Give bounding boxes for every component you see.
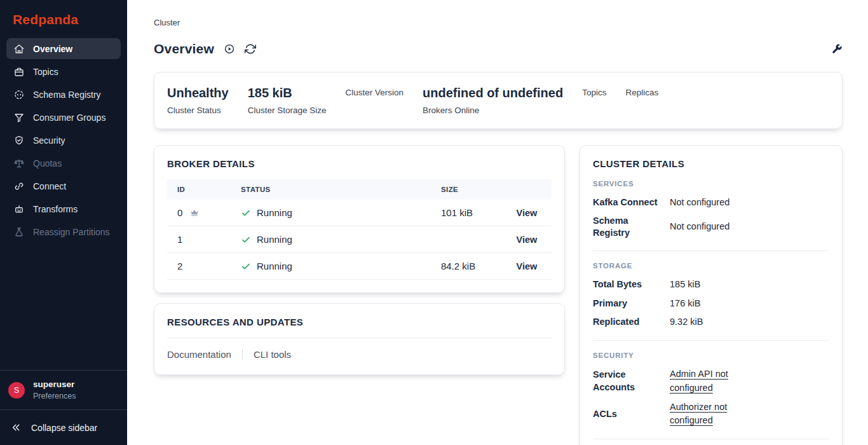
detail-value-replicated: 9.32 kiB bbox=[670, 315, 829, 329]
reassign-partitions-icon bbox=[13, 226, 25, 238]
check-icon bbox=[241, 208, 251, 218]
stat-topics: Topics bbox=[582, 84, 606, 99]
user-text: superuser Preferences bbox=[33, 379, 76, 401]
stat-value: undefined of undefined bbox=[423, 84, 563, 102]
authorizer-not-configured-link[interactable]: Authorizer not configured bbox=[670, 400, 745, 428]
detail-value-acls: Authorizer not configured bbox=[670, 400, 829, 428]
play-circle-icon[interactable] bbox=[224, 43, 235, 55]
transforms-icon bbox=[13, 203, 25, 215]
section-heading-storage: STORAGE bbox=[593, 262, 829, 270]
broker-table-header: IDSTATUSSIZE bbox=[167, 179, 552, 200]
view-broker-link[interactable]: View bbox=[517, 235, 538, 245]
wrench-icon[interactable] bbox=[831, 43, 843, 55]
stat-brokers-online: undefined of undefined Brokers Online bbox=[423, 84, 563, 117]
broker-status-cell: Running bbox=[231, 226, 431, 253]
view-broker-link[interactable]: View bbox=[517, 261, 538, 271]
column-header-size: SIZE bbox=[431, 179, 502, 200]
stat-label: Cluster Status bbox=[167, 104, 229, 117]
broker-status-cell: Running bbox=[231, 200, 431, 226]
check-icon bbox=[241, 261, 251, 271]
detail-grid-security: Service AccountsAdmin API not configured… bbox=[593, 367, 829, 428]
divider bbox=[167, 338, 552, 338]
title-row: Overview bbox=[154, 41, 843, 57]
sidebar-item-quotas[interactable]: Quotas bbox=[6, 153, 121, 174]
detail-grid-services: Kafka ConnectNot configuredSchema Regist… bbox=[593, 196, 829, 240]
column-header-action bbox=[502, 179, 552, 200]
detail-label-kafka-connect: Kafka Connect bbox=[593, 196, 670, 209]
detail-label-primary: Primary bbox=[593, 298, 670, 310]
user-menu[interactable]: S superuser Preferences bbox=[0, 370, 127, 409]
broker-action-cell: View bbox=[502, 253, 552, 280]
main-content: Cluster Overview Unhealthy Cluster Statu… bbox=[127, 0, 868, 445]
sidebar-item-connect[interactable]: Connect bbox=[6, 175, 121, 196]
check-icon bbox=[241, 235, 251, 245]
redpanda-logo[interactable]: Redpanda bbox=[0, 0, 127, 38]
stat-label: Topics bbox=[582, 86, 606, 99]
detail-label-schema-registry: Schema Registry bbox=[593, 215, 670, 240]
broker-status: Running bbox=[257, 207, 292, 218]
sidebar-item-label: Connect bbox=[33, 181, 66, 191]
sidebar-item-security[interactable]: Security bbox=[6, 130, 121, 151]
detail-label-service-accounts: Service Accounts bbox=[593, 369, 670, 394]
broker-status: Running bbox=[257, 234, 292, 245]
sidebar-item-label: Security bbox=[33, 135, 65, 146]
sidebar-item-label: Schema Registry bbox=[33, 90, 101, 100]
broker-id-cell: 2 bbox=[167, 253, 231, 280]
detail-value-primary: 176 kiB bbox=[670, 297, 829, 311]
sidebar-item-topics[interactable]: Topics bbox=[6, 61, 121, 82]
broker-size-cell bbox=[431, 226, 502, 253]
broker-id: 1 bbox=[177, 234, 182, 245]
avatar: S bbox=[8, 382, 25, 399]
sidebar-item-label: Quotas bbox=[33, 158, 62, 168]
broker-id: 2 bbox=[177, 261, 182, 271]
app-root: Redpanda Overview Topics Schema Registry… bbox=[0, 0, 868, 445]
broker-row: 0Running101 kiBView bbox=[167, 200, 552, 226]
stat-replicas: Replicas bbox=[625, 84, 658, 99]
broker-status-cell: Running bbox=[231, 253, 431, 280]
topics-icon bbox=[13, 66, 25, 78]
stat-cluster-storage-size: 185 kiB Cluster Storage Size bbox=[248, 84, 327, 117]
crown-icon bbox=[189, 208, 200, 218]
sidebar-item-consumer-groups[interactable]: Consumer Groups bbox=[6, 107, 121, 128]
broker-id: 0 bbox=[177, 207, 182, 218]
page-title: Overview bbox=[154, 41, 214, 57]
cluster-stats-card: Unhealthy Cluster Status 185 kiB Cluster… bbox=[154, 72, 843, 129]
broker-row: 1RunningView bbox=[167, 226, 552, 253]
user-preferences-label: Preferences bbox=[33, 391, 76, 401]
stat-cluster-status: Unhealthy Cluster Status bbox=[167, 84, 229, 117]
admin-api-not-configured-link[interactable]: Admin API not configured bbox=[670, 367, 745, 395]
divider bbox=[593, 340, 829, 341]
stat-value: Unhealthy bbox=[167, 84, 229, 102]
sidebar-item-reassign-partitions[interactable]: Reassign Partitions bbox=[6, 221, 121, 242]
view-broker-link[interactable]: View bbox=[517, 208, 538, 218]
sidebar-item-transforms[interactable]: Transforms bbox=[6, 198, 121, 219]
stat-label: Cluster Storage Size bbox=[248, 104, 327, 117]
collapse-sidebar-label: Collapse sidebar bbox=[31, 423, 97, 433]
security-icon bbox=[13, 135, 25, 146]
detail-value-total-bytes: 185 kiB bbox=[670, 278, 829, 292]
detail-grid-storage: Total Bytes185 kiBPrimary176 kiBReplicat… bbox=[593, 278, 829, 329]
resources-card: RESOURCES AND UPDATES DocumentationCLI t… bbox=[154, 303, 565, 375]
cluster-details-sections: SERVICESKafka ConnectNot configuredSchem… bbox=[593, 180, 829, 439]
sidebar: Redpanda Overview Topics Schema Registry… bbox=[0, 0, 127, 445]
broker-action-cell: View bbox=[502, 200, 552, 226]
double-chevron-left-icon bbox=[11, 422, 22, 433]
detail-value-service-accounts: Admin API not configured bbox=[670, 367, 829, 395]
documentation-link[interactable]: Documentation bbox=[167, 349, 231, 360]
sidebar-item-overview[interactable]: Overview bbox=[6, 38, 121, 59]
detail-label-total-bytes: Total Bytes bbox=[593, 278, 670, 291]
sidebar-item-label: Topics bbox=[33, 67, 58, 77]
cli-tools-link[interactable]: CLI tools bbox=[242, 349, 291, 360]
broker-size-cell: 84.2 kiB bbox=[431, 253, 502, 280]
collapse-sidebar-button[interactable]: Collapse sidebar bbox=[0, 409, 127, 445]
refresh-icon[interactable] bbox=[245, 43, 256, 55]
cluster-details-title: CLUSTER DETAILS bbox=[593, 158, 829, 169]
sidebar-item-label: Transforms bbox=[33, 204, 78, 214]
sidebar-item-schema-registry[interactable]: Schema Registry bbox=[6, 84, 121, 105]
section-heading-services: SERVICES bbox=[593, 180, 829, 188]
broker-details-card: BROKER DETAILS IDSTATUSSIZE 0Running101 … bbox=[154, 145, 565, 293]
resource-links: DocumentationCLI tools bbox=[167, 349, 552, 362]
right-column: CLUSTER DETAILS SERVICESKafka ConnectNot… bbox=[580, 145, 843, 445]
connect-icon bbox=[13, 181, 25, 192]
breadcrumb[interactable]: Cluster bbox=[154, 18, 180, 27]
